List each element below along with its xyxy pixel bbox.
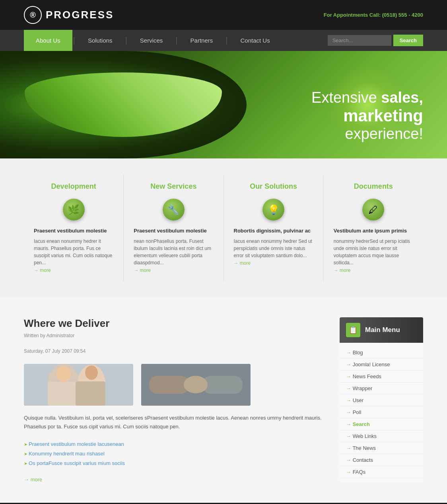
content-images [24, 364, 324, 406]
sidebar-menu-title: Main Menu [365, 326, 400, 334]
header-contact: For Appointments Call: (0518) 555 - 4200 [324, 12, 423, 18]
sidebar-link-web-links[interactable]: Web Links [340, 430, 423, 442]
svg-rect-8 [149, 376, 189, 394]
logo-text: PROGRESS [46, 9, 114, 21]
nav-sep-2: | [124, 36, 128, 45]
nav-sep-4: | [225, 36, 228, 45]
svg-rect-5 [48, 382, 80, 406]
content-main: Where we Deliver Written by Administrato… [24, 317, 324, 483]
sidebar-link-faqs[interactable]: FAQs [340, 466, 423, 478]
sidebar-link-poll[interactable]: Poll [340, 406, 423, 418]
content-link-2[interactable]: Konummy hendrerit mau rishasel [29, 451, 105, 457]
content-link-3[interactable]: Os portaFusce suscipit varius mium socii… [29, 460, 125, 466]
feature-our-solutions-text: Iacus enean nonummy hedrer Sed ut perspi… [234, 238, 313, 259]
sidebar-item-search: Search [340, 418, 423, 430]
content-title: Where we Deliver [24, 317, 324, 330]
sidebar-item-user: User [340, 395, 423, 406]
nav-services[interactable]: Services [128, 30, 175, 51]
feature-development-title: Development [34, 182, 113, 191]
sidebar-item-web-links: Web Links [340, 430, 423, 442]
feature-documents-subtitle: Vestibulum ante ipsum primis [334, 228, 413, 234]
feature-new-services-text: nean nonPhasellus porta. Fusest ibulum I… [134, 238, 213, 266]
sidebar-item-blog: Blog [340, 347, 423, 359]
sidebar-menu-header: 📋 Main Menu [340, 317, 423, 343]
feature-our-solutions-title: Our Solutions [234, 182, 313, 191]
feature-documents: Documents 🖊 Vestibulum ante ipsum primis… [324, 174, 423, 281]
navigation: About Us | Solutions | Services | Partne… [0, 30, 447, 51]
sidebar-link-wrapper[interactable]: Wrapper [340, 383, 423, 395]
list-item: Os portaFusce suscipit varius mium socii… [24, 458, 324, 468]
nav-about-us[interactable]: About Us [24, 30, 72, 51]
nav-partners[interactable]: Partners [179, 30, 225, 51]
svg-point-10 [184, 376, 208, 393]
sidebar-item-wrapper: Wrapper [340, 383, 423, 395]
svg-point-3 [56, 366, 71, 382]
sidebar-link-the-news[interactable]: The News [340, 442, 423, 454]
feature-our-solutions-more[interactable]: more [234, 260, 251, 266]
nav-contact-us[interactable]: Contact Us [228, 30, 282, 51]
feature-documents-more[interactable]: more [334, 268, 351, 273]
feature-documents-text: nonummy hedrerSed ut persp iciatis unde … [334, 238, 413, 266]
hero-line1: Extensive sales, [311, 89, 423, 106]
hero-text: Extensive sales, marketing experience! [311, 89, 423, 143]
hero-banner: Extensive sales, marketing experience! [0, 51, 447, 158]
list-item: Konummy hendrerit mau rishasel [24, 449, 324, 458]
nav-solutions[interactable]: Solutions [76, 30, 124, 51]
feature-new-services-subtitle: Praesent vestibulum molestie [134, 228, 213, 234]
content-paragraph: Quisque nulla. Vestibulum isl, porta vel… [24, 414, 324, 431]
sidebar-link-search[interactable]: Search [340, 418, 423, 430]
content-meta-date: Saturday, 07 July 2007 09:54 [24, 348, 324, 354]
sidebar-item-the-news: The News [340, 442, 423, 454]
nav-sep-3: | [175, 36, 178, 45]
sidebar-item-faqs: FAQs [340, 466, 423, 478]
feature-new-services-title: New Services [134, 182, 213, 191]
svg-point-4 [85, 365, 98, 380]
feature-our-solutions-subtitle: Robortis dignissim, pulvinar ac [234, 228, 313, 234]
content-link-1[interactable]: Praesent vestibulum molestie lacusenean [29, 441, 124, 447]
feature-our-solutions: Our Solutions 💡 Robortis dignissim, pulv… [224, 174, 324, 281]
sidebar-item-poll: Poll [340, 406, 423, 418]
hero-leaf-decoration [0, 51, 247, 158]
feature-development: Development 🌿 Praesent vestibulum molest… [24, 174, 124, 281]
sidebar-link-contacts[interactable]: Contacts [340, 454, 423, 466]
feature-development-icon: 🌿 [63, 199, 85, 221]
nav-search-form: Search [328, 35, 423, 46]
hero-line3: experience! [311, 125, 423, 143]
sidebar-item-news-feeds: News Feeds [340, 371, 423, 383]
search-input[interactable] [328, 35, 391, 46]
content-image-people [24, 364, 133, 406]
sidebar-link-joomla-license[interactable]: Joomla! License [340, 359, 423, 371]
sidebar-item-contacts: Contacts [340, 454, 423, 466]
feature-new-services-icon: 🔧 [163, 199, 185, 221]
svg-rect-6 [76, 381, 105, 406]
content-section: Where we Deliver Written by Administrato… [0, 297, 447, 503]
logo: ® PROGRESS [24, 6, 114, 24]
content-links-list: Praesent vestibulum molestie lacusenean … [24, 439, 324, 468]
feature-new-services-more[interactable]: more [134, 268, 151, 273]
feature-documents-title: Documents [334, 182, 413, 191]
sidebar-link-news-feeds[interactable]: News Feeds [340, 371, 423, 383]
logo-icon: ® [24, 6, 42, 24]
svg-rect-9 [203, 376, 243, 394]
features-section: Development 🌿 Praesent vestibulum molest… [0, 158, 447, 297]
header: ® PROGRESS For Appointments Call: (0518)… [0, 0, 447, 30]
sidebar-link-user[interactable]: User [340, 395, 423, 406]
sidebar-item-joomla-license: Joomla! License [340, 359, 423, 371]
list-item: Praesent vestibulum molestie lacusenean [24, 439, 324, 449]
content-meta-author: Written by Administrator [24, 333, 324, 338]
content-image-handshake [141, 364, 251, 406]
feature-development-text: Iacus enean nonummy hedrer it mauris. Ph… [34, 238, 113, 266]
nav-sep-1: | [72, 36, 76, 45]
search-button[interactable]: Search [393, 35, 423, 46]
sidebar-links-list: Blog Joomla! License News Feeds Wrapper … [340, 343, 423, 482]
feature-development-subtitle: Praesent vestibulum molestie [34, 228, 113, 234]
feature-documents-icon: 🖊 [362, 199, 384, 221]
content-more-link[interactable]: more [24, 477, 42, 483]
feature-new-services: New Services 🔧 Praesent vestibulum moles… [124, 174, 224, 281]
hero-line2: marketing [311, 106, 423, 125]
feature-development-more[interactable]: more [34, 268, 51, 273]
sidebar-link-blog[interactable]: Blog [340, 347, 423, 359]
sidebar-menu-icon: 📋 [346, 323, 360, 337]
feature-our-solutions-icon: 💡 [262, 199, 284, 221]
sidebar: 📋 Main Menu Blog Joomla! License News Fe… [340, 317, 423, 483]
